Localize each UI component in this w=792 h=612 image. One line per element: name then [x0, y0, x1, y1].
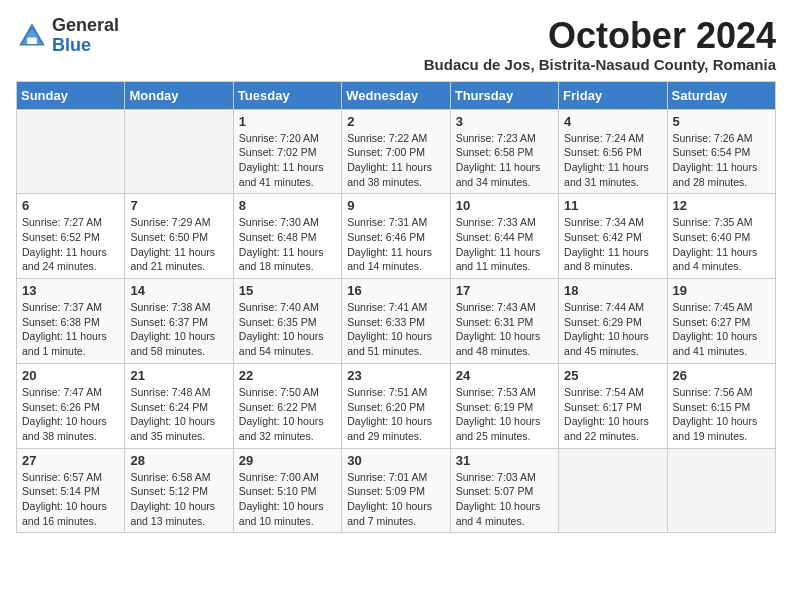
day-detail: Sunrise: 7:31 AM Sunset: 6:46 PM Dayligh… — [347, 215, 444, 274]
calendar-cell: 19Sunrise: 7:45 AM Sunset: 6:27 PM Dayli… — [667, 279, 775, 364]
day-number: 28 — [130, 453, 227, 468]
calendar-cell: 22Sunrise: 7:50 AM Sunset: 6:22 PM Dayli… — [233, 363, 341, 448]
calendar-cell: 26Sunrise: 7:56 AM Sunset: 6:15 PM Dayli… — [667, 363, 775, 448]
day-detail: Sunrise: 7:48 AM Sunset: 6:24 PM Dayligh… — [130, 385, 227, 444]
calendar-cell: 24Sunrise: 7:53 AM Sunset: 6:19 PM Dayli… — [450, 363, 558, 448]
calendar-cell: 25Sunrise: 7:54 AM Sunset: 6:17 PM Dayli… — [559, 363, 667, 448]
calendar-week-row: 6Sunrise: 7:27 AM Sunset: 6:52 PM Daylig… — [17, 194, 776, 279]
day-number: 4 — [564, 114, 661, 129]
calendar-week-row: 20Sunrise: 7:47 AM Sunset: 6:26 PM Dayli… — [17, 363, 776, 448]
calendar-cell: 9Sunrise: 7:31 AM Sunset: 6:46 PM Daylig… — [342, 194, 450, 279]
day-number: 17 — [456, 283, 553, 298]
day-number: 13 — [22, 283, 119, 298]
calendar-cell: 16Sunrise: 7:41 AM Sunset: 6:33 PM Dayli… — [342, 279, 450, 364]
calendar-cell — [125, 109, 233, 194]
calendar-cell: 3Sunrise: 7:23 AM Sunset: 6:58 PM Daylig… — [450, 109, 558, 194]
day-number: 27 — [22, 453, 119, 468]
calendar-cell: 11Sunrise: 7:34 AM Sunset: 6:42 PM Dayli… — [559, 194, 667, 279]
title-block: October 2024 Budacu de Jos, Bistrita-Nas… — [424, 16, 776, 73]
day-number: 23 — [347, 368, 444, 383]
day-number: 19 — [673, 283, 770, 298]
day-detail: Sunrise: 6:58 AM Sunset: 5:12 PM Dayligh… — [130, 470, 227, 529]
day-detail: Sunrise: 7:24 AM Sunset: 6:56 PM Dayligh… — [564, 131, 661, 190]
day-detail: Sunrise: 7:35 AM Sunset: 6:40 PM Dayligh… — [673, 215, 770, 274]
calendar-cell: 2Sunrise: 7:22 AM Sunset: 7:00 PM Daylig… — [342, 109, 450, 194]
day-number: 2 — [347, 114, 444, 129]
calendar-cell — [559, 448, 667, 533]
day-detail: Sunrise: 7:40 AM Sunset: 6:35 PM Dayligh… — [239, 300, 336, 359]
day-number: 3 — [456, 114, 553, 129]
day-detail: Sunrise: 7:51 AM Sunset: 6:20 PM Dayligh… — [347, 385, 444, 444]
page-header: General Blue October 2024 Budacu de Jos,… — [16, 16, 776, 73]
day-detail: Sunrise: 7:23 AM Sunset: 6:58 PM Dayligh… — [456, 131, 553, 190]
day-detail: Sunrise: 7:20 AM Sunset: 7:02 PM Dayligh… — [239, 131, 336, 190]
day-number: 15 — [239, 283, 336, 298]
day-detail: Sunrise: 7:38 AM Sunset: 6:37 PM Dayligh… — [130, 300, 227, 359]
day-number: 30 — [347, 453, 444, 468]
month-title: October 2024 — [424, 16, 776, 56]
calendar-cell — [17, 109, 125, 194]
day-detail: Sunrise: 6:57 AM Sunset: 5:14 PM Dayligh… — [22, 470, 119, 529]
calendar-cell: 13Sunrise: 7:37 AM Sunset: 6:38 PM Dayli… — [17, 279, 125, 364]
day-number: 11 — [564, 198, 661, 213]
day-header-monday: Monday — [125, 81, 233, 109]
day-number: 7 — [130, 198, 227, 213]
day-detail: Sunrise: 7:45 AM Sunset: 6:27 PM Dayligh… — [673, 300, 770, 359]
day-number: 8 — [239, 198, 336, 213]
calendar-cell: 4Sunrise: 7:24 AM Sunset: 6:56 PM Daylig… — [559, 109, 667, 194]
day-number: 24 — [456, 368, 553, 383]
day-number: 31 — [456, 453, 553, 468]
calendar-cell: 18Sunrise: 7:44 AM Sunset: 6:29 PM Dayli… — [559, 279, 667, 364]
day-header-sunday: Sunday — [17, 81, 125, 109]
calendar-cell: 5Sunrise: 7:26 AM Sunset: 6:54 PM Daylig… — [667, 109, 775, 194]
day-number: 6 — [22, 198, 119, 213]
day-detail: Sunrise: 7:41 AM Sunset: 6:33 PM Dayligh… — [347, 300, 444, 359]
day-detail: Sunrise: 7:03 AM Sunset: 5:07 PM Dayligh… — [456, 470, 553, 529]
day-number: 29 — [239, 453, 336, 468]
calendar-cell: 12Sunrise: 7:35 AM Sunset: 6:40 PM Dayli… — [667, 194, 775, 279]
day-number: 9 — [347, 198, 444, 213]
day-number: 12 — [673, 198, 770, 213]
day-detail: Sunrise: 7:44 AM Sunset: 6:29 PM Dayligh… — [564, 300, 661, 359]
day-detail: Sunrise: 7:54 AM Sunset: 6:17 PM Dayligh… — [564, 385, 661, 444]
day-detail: Sunrise: 7:56 AM Sunset: 6:15 PM Dayligh… — [673, 385, 770, 444]
day-detail: Sunrise: 7:30 AM Sunset: 6:48 PM Dayligh… — [239, 215, 336, 274]
calendar-cell: 7Sunrise: 7:29 AM Sunset: 6:50 PM Daylig… — [125, 194, 233, 279]
day-detail: Sunrise: 7:37 AM Sunset: 6:38 PM Dayligh… — [22, 300, 119, 359]
calendar-cell: 20Sunrise: 7:47 AM Sunset: 6:26 PM Dayli… — [17, 363, 125, 448]
calendar-cell: 31Sunrise: 7:03 AM Sunset: 5:07 PM Dayli… — [450, 448, 558, 533]
day-number: 21 — [130, 368, 227, 383]
calendar-cell: 21Sunrise: 7:48 AM Sunset: 6:24 PM Dayli… — [125, 363, 233, 448]
logo-text: General Blue — [52, 16, 119, 56]
day-number: 1 — [239, 114, 336, 129]
day-header-tuesday: Tuesday — [233, 81, 341, 109]
calendar-cell: 28Sunrise: 6:58 AM Sunset: 5:12 PM Dayli… — [125, 448, 233, 533]
day-number: 18 — [564, 283, 661, 298]
day-number: 16 — [347, 283, 444, 298]
calendar-week-row: 1Sunrise: 7:20 AM Sunset: 7:02 PM Daylig… — [17, 109, 776, 194]
day-detail: Sunrise: 7:01 AM Sunset: 5:09 PM Dayligh… — [347, 470, 444, 529]
logo: General Blue — [16, 16, 119, 56]
calendar-cell: 17Sunrise: 7:43 AM Sunset: 6:31 PM Dayli… — [450, 279, 558, 364]
calendar-cell: 30Sunrise: 7:01 AM Sunset: 5:09 PM Dayli… — [342, 448, 450, 533]
day-number: 14 — [130, 283, 227, 298]
day-detail: Sunrise: 7:26 AM Sunset: 6:54 PM Dayligh… — [673, 131, 770, 190]
calendar-cell: 23Sunrise: 7:51 AM Sunset: 6:20 PM Dayli… — [342, 363, 450, 448]
day-detail: Sunrise: 7:34 AM Sunset: 6:42 PM Dayligh… — [564, 215, 661, 274]
calendar-header-row: SundayMondayTuesdayWednesdayThursdayFrid… — [17, 81, 776, 109]
day-number: 10 — [456, 198, 553, 213]
day-number: 26 — [673, 368, 770, 383]
calendar-week-row: 27Sunrise: 6:57 AM Sunset: 5:14 PM Dayli… — [17, 448, 776, 533]
logo-icon — [16, 20, 48, 52]
location-subtitle: Budacu de Jos, Bistrita-Nasaud County, R… — [424, 56, 776, 73]
day-detail: Sunrise: 7:47 AM Sunset: 6:26 PM Dayligh… — [22, 385, 119, 444]
day-detail: Sunrise: 7:53 AM Sunset: 6:19 PM Dayligh… — [456, 385, 553, 444]
day-number: 5 — [673, 114, 770, 129]
calendar-cell: 8Sunrise: 7:30 AM Sunset: 6:48 PM Daylig… — [233, 194, 341, 279]
day-detail: Sunrise: 7:43 AM Sunset: 6:31 PM Dayligh… — [456, 300, 553, 359]
day-detail: Sunrise: 7:33 AM Sunset: 6:44 PM Dayligh… — [456, 215, 553, 274]
day-detail: Sunrise: 7:50 AM Sunset: 6:22 PM Dayligh… — [239, 385, 336, 444]
calendar-cell — [667, 448, 775, 533]
calendar-table: SundayMondayTuesdayWednesdayThursdayFrid… — [16, 81, 776, 534]
day-header-thursday: Thursday — [450, 81, 558, 109]
